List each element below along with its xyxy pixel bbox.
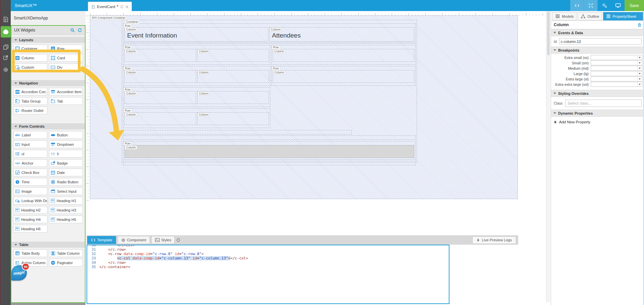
widget-tile-accordion-item[interactable]: Accordion Item bbox=[49, 88, 83, 96]
column-element[interactable]: Column bbox=[197, 91, 269, 104]
column-element[interactable]: Column bbox=[124, 91, 196, 104]
bottom-tab-template[interactable]: Template bbox=[87, 236, 116, 244]
panel-tab-models[interactable]: Models bbox=[552, 12, 577, 20]
widget-tile-router-outlet[interactable]: Router Outlet bbox=[13, 107, 47, 114]
styles-refresh-icon[interactable] bbox=[176, 238, 180, 242]
palette-section-form-controls[interactable]: Form Controls bbox=[11, 123, 85, 129]
widget-tile-label[interactable]: abcLabel bbox=[13, 131, 47, 139]
section-breakpoints[interactable]: Breakpoints bbox=[551, 47, 644, 54]
add-new-property-button[interactable]: + Add New Property bbox=[551, 117, 644, 127]
breakpoint-dropdown[interactable] bbox=[591, 66, 642, 71]
refresh-icon[interactable] bbox=[77, 28, 82, 33]
row-element[interactable]: Row Column bbox=[271, 66, 416, 86]
widget-tile-radio-button[interactable]: Radio Button bbox=[49, 178, 83, 186]
trash-icon[interactable] bbox=[637, 23, 642, 27]
class-input[interactable] bbox=[565, 100, 642, 107]
project-name[interactable]: SmartUXDemoApp bbox=[11, 11, 86, 25]
template-code-editor[interactable]: 30 </c-col>31 </c-row>32 <c-row data-com… bbox=[87, 245, 449, 304]
panel-tab-outline[interactable]: Outline bbox=[578, 12, 602, 20]
copy-pages-icon[interactable] bbox=[2, 43, 10, 51]
empty-row-strip[interactable] bbox=[123, 130, 352, 134]
column-element[interactable]: Column bbox=[197, 70, 269, 83]
search-icon[interactable] bbox=[70, 28, 75, 33]
palette-section-navigation[interactable]: Navigation bbox=[11, 80, 85, 86]
widget-tile-anchor[interactable]: <a>Anchor bbox=[13, 159, 47, 167]
section-styling-overrides[interactable]: Styling Overrides bbox=[551, 90, 644, 97]
breakpoint-dropdown[interactable] bbox=[591, 55, 642, 60]
column-element[interactable]: Column bbox=[273, 70, 414, 83]
widget-tile-heading-h6[interactable]: H6Heading H6 bbox=[13, 225, 47, 233]
close-icon[interactable] bbox=[125, 5, 128, 8]
widget-tile-table-column[interactable]: Table Column bbox=[49, 249, 83, 257]
column-element-attendees[interactable]: Column Attendees bbox=[269, 27, 414, 43]
code-line[interactable]: 34 </c-row> bbox=[87, 260, 449, 265]
widget-tile-lookup-with-de[interactable]: Lookup With De... bbox=[13, 197, 47, 204]
breakpoint-dropdown[interactable] bbox=[591, 82, 642, 87]
selected-column-element[interactable]: Column bbox=[124, 145, 414, 158]
widget-tile-accordion-con[interactable]: Accordion Con... bbox=[13, 88, 47, 96]
widget-tile-input[interactable]: Input bbox=[13, 140, 47, 148]
widget-tile-paginator[interactable]: Paginator bbox=[49, 259, 83, 266]
section-dynamic-properties[interactable]: Dynamic Properties bbox=[551, 110, 644, 117]
xpa-component-container[interactable]: XPA Component Container Container Row Co… bbox=[90, 15, 518, 199]
widget-tile-image[interactable]: Image bbox=[13, 187, 47, 195]
widget-tile-check-box[interactable]: Check Box bbox=[13, 169, 47, 176]
column-element[interactable]: Column bbox=[273, 49, 414, 62]
code-line[interactable]: 33 <c-col data-comp-id="c-column.13" id=… bbox=[87, 256, 449, 260]
column-element[interactable]: Column bbox=[197, 49, 269, 62]
row-element[interactable]: Row Column bbox=[123, 141, 416, 160]
code-line[interactable]: 35</c-container> bbox=[87, 265, 449, 269]
column-element[interactable]: Column bbox=[124, 49, 196, 62]
widget-tile-select-input[interactable]: Select Input bbox=[49, 187, 83, 195]
code-line[interactable]: 32 <c-row data-comp-id="c-row.8" id="c-r… bbox=[87, 252, 449, 256]
id-input[interactable] bbox=[559, 38, 642, 45]
bottom-tab-styles[interactable]: Styles bbox=[151, 236, 175, 244]
row-element-header[interactable]: Row Column Event Information Column Atte… bbox=[123, 23, 416, 44]
widget-tile-heading-h2[interactable]: H2Heading H2 bbox=[13, 206, 47, 214]
row-element[interactable]: Row Column Column bbox=[123, 87, 270, 107]
widget-tile-li[interactable]: li bbox=[49, 150, 83, 158]
widget-tile-heading-h5[interactable]: H5Heading H5 bbox=[49, 216, 83, 223]
breakpoint-dropdown[interactable] bbox=[591, 76, 642, 81]
column-element-event-info[interactable]: Column Event Information bbox=[124, 27, 268, 43]
gear-icon[interactable] bbox=[2, 66, 10, 74]
share-export-icon[interactable] bbox=[2, 54, 10, 62]
widget-tile-dropdown[interactable]: Dropdown bbox=[49, 140, 83, 148]
refresh-icon[interactable] bbox=[120, 5, 124, 9]
section-events-data[interactable]: Events & Data bbox=[551, 29, 644, 36]
bottom-tab-component[interactable]: Component bbox=[117, 236, 150, 244]
empty-row-strip[interactable] bbox=[123, 135, 416, 140]
row-element[interactable]: Row Column Column bbox=[123, 66, 270, 86]
widget-tile-badge[interactable]: Badge bbox=[49, 159, 83, 167]
widget-tile-div[interactable]: Div bbox=[49, 63, 83, 71]
widget-tile-date[interactable]: Date bbox=[49, 169, 83, 176]
document-icon[interactable] bbox=[2, 15, 10, 23]
breakpoint-dropdown[interactable] bbox=[591, 71, 642, 76]
widget-tile-column[interactable]: Column bbox=[13, 54, 47, 62]
widget-tile-custom[interactable]: Custom bbox=[13, 63, 47, 71]
breakpoint-dropdown[interactable] bbox=[591, 60, 642, 65]
row-element[interactable]: Row Column Column bbox=[123, 108, 270, 128]
palette-section-table[interactable]: Table bbox=[11, 242, 85, 248]
expand-button[interactable] bbox=[584, 0, 598, 11]
column-element[interactable]: Column bbox=[124, 70, 196, 83]
widget-tile-button[interactable]: Button bbox=[49, 131, 83, 139]
document-tab-eventcard[interactable]: EventCard * bbox=[88, 2, 132, 11]
live-preview-logs-button[interactable]: Live Preview Logs bbox=[472, 236, 516, 244]
code-line[interactable]: 31 </c-row> bbox=[87, 247, 449, 252]
widget-tile-heading-h3[interactable]: H3Heading H3 bbox=[49, 206, 83, 214]
widgets-nav-active[interactable] bbox=[1, 26, 11, 38]
widget-tile-container[interactable]: Container bbox=[13, 45, 47, 52]
preview-monitor-button[interactable] bbox=[611, 0, 625, 11]
widget-tile-tab[interactable]: Tab bbox=[49, 97, 83, 105]
code-line[interactable]: 30 </c-col> bbox=[87, 245, 449, 247]
column-element[interactable]: Column bbox=[197, 112, 269, 125]
widget-tile-table-body[interactable]: Table Body bbox=[13, 249, 47, 257]
widget-tile-card[interactable]: Card bbox=[49, 54, 83, 62]
row-element[interactable]: Row Column Column bbox=[123, 45, 270, 65]
empty-row-strip[interactable] bbox=[123, 161, 416, 165]
widget-tile-heading-h4[interactable]: H4Heading H4 bbox=[13, 216, 47, 223]
save-button[interactable]: Save bbox=[625, 0, 644, 11]
settings-cogs-button[interactable] bbox=[598, 0, 611, 11]
container-element[interactable]: Container Row Column Event Information C… bbox=[122, 20, 417, 163]
